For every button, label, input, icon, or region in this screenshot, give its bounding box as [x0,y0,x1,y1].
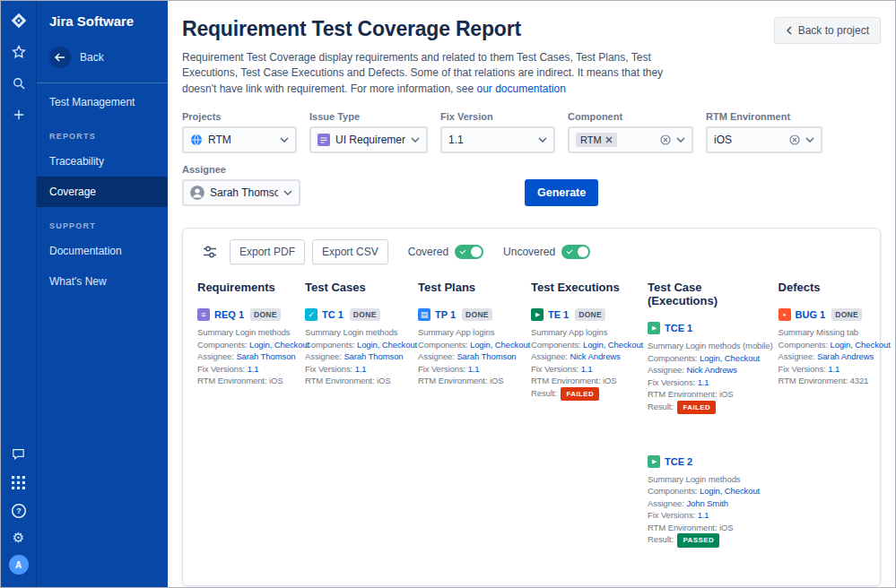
plus-icon[interactable] [10,106,28,124]
assignee-link[interactable]: John Smith [686,498,728,508]
fix-versions-label: Fix Versions: [197,364,245,374]
summary-label: Summary [531,327,567,337]
components-link[interactable]: Login, Checkout [700,486,760,496]
fix-versions-link[interactable]: 1.1 [581,364,593,374]
export-pdf-button[interactable]: Export PDF [230,239,305,264]
filter-projects: Projects RTM [182,111,297,153]
sidebar-item-whats-new[interactable]: What's New [37,266,168,297]
components-link[interactable]: Login, Checkout [583,340,643,350]
export-csv-button[interactable]: Export CSV [312,239,388,264]
issue-key-link[interactable]: BUG 1 [796,309,826,320]
main-content: Requirement Test Coverage Report Back to… [168,1,895,587]
filters-row-1: Projects RTM Issue Type [182,111,886,153]
sidebar-item-test-management[interactable]: Test Management [37,87,168,117]
summary-value: App logins [569,327,607,337]
card-header: ▤ TP 1 DONE [418,308,526,321]
issue-type-select[interactable]: UI Requirement [309,126,428,153]
components-link[interactable]: Login, Checkout [700,353,760,363]
rtm-environment-label: RTM Environment: [779,376,848,385]
page-description: Requirement Test Coverage display requir… [182,50,699,97]
help-glyph: ? [16,506,22,515]
issue-card-tce-2: ▶ TCE 2 Summary Login methods Components… [648,455,773,548]
rtm-environment-label: RTM Environment: [648,523,717,532]
rtm-environment-select[interactable]: iOS [706,126,822,153]
sidebar-item-documentation[interactable]: Documentation [37,236,168,266]
fix-versions-link[interactable]: 1.1 [468,364,480,374]
issue-key-link[interactable]: TC 1 [322,309,344,320]
uncovered-label: Uncovered [503,246,555,258]
fix-versions-link[interactable]: 1.1 [698,377,709,387]
fix-version-value: 1.1 [448,134,533,146]
assignee-link[interactable]: Sarah Thomson [236,351,295,361]
components-link[interactable]: Login, Checkout [357,340,417,350]
rtm-environment-label: RTM Environment: [418,376,487,385]
components-label: Components: [648,486,697,496]
column-title: Test Plans [418,281,526,294]
assignee-link[interactable]: Nick Andrews [686,365,736,375]
assignee-link[interactable]: Nick Andrews [570,351,620,361]
sidebar-back-button[interactable]: Back [37,43,168,82]
documentation-link[interactable]: our documentation [476,82,565,95]
filters-panel: Projects RTM Issue Type [182,111,886,206]
assignee-link[interactable]: Sarah Thomson [344,351,403,361]
issue-key-link[interactable]: TP 1 [435,309,456,320]
sidebar-item-coverage[interactable]: Coverage [37,177,168,207]
chevron-down-icon [280,137,289,143]
assignee-label: Assignee: [418,351,455,361]
clear-selection-icon[interactable] [789,134,800,145]
assignee-link[interactable]: Sarah Thomson [457,351,516,361]
result-badge: FAILED [561,387,599,401]
jira-logo-icon[interactable] [10,12,28,30]
fix-version-select[interactable]: 1.1 [440,126,555,153]
rtm-environment-value: iOS [603,376,617,385]
covered-toggle-group: Covered [408,245,483,259]
back-to-project-button[interactable]: Back to project [774,17,881,44]
clear-selection-icon[interactable] [660,134,671,145]
issue-key-link[interactable]: TCE 2 [665,456,692,467]
summary-line: Summary Missing tab [779,326,891,338]
projects-select[interactable]: RTM [182,126,297,153]
component-select[interactable]: RTM [568,126,693,153]
components-link[interactable]: Login, Checkout [249,340,309,350]
settings-gear-icon[interactable]: ⚙ [13,531,24,544]
test-case-execution-type-icon: ▶ [648,455,660,468]
fix-versions-line: Fix Versions: 1.1 [648,509,773,521]
arrow-left-icon [49,47,71,68]
result-badge: FAILED [677,401,716,414]
feedback-icon[interactable] [10,445,28,463]
assignee-link[interactable]: Sarah Andrews [817,351,874,361]
chevron-down-icon [676,137,685,143]
report-card: Export PDF Export CSV Covered Uncovered … [182,228,881,586]
issue-key-link[interactable]: TE 1 [548,309,569,320]
column-title: Test Executions [531,281,642,294]
components-link[interactable]: Login, Checkout [470,340,530,350]
fix-versions-link[interactable]: 1.1 [248,364,259,374]
issue-key-link[interactable]: REQ 1 [214,309,244,320]
issue-key-link[interactable]: TCE 1 [665,323,692,333]
fix-versions-link[interactable]: 1.1 [698,510,709,520]
search-icon[interactable] [10,74,28,92]
sidebar-item-traceability[interactable]: Traceability [37,146,168,177]
app-switcher-icon[interactable] [10,473,28,491]
components-label: Components: [305,340,354,350]
assignee-select[interactable]: Sarah Thomson [182,179,300,206]
chevron-down-icon [411,137,420,143]
assignee-line: Assignee: Sarah Andrews [779,350,891,362]
covered-toggle[interactable] [455,245,483,259]
rtm-environment-value: iOS [719,389,734,399]
summary-label: Summary [418,327,454,337]
uncovered-toggle[interactable] [561,245,590,259]
remove-chip-icon[interactable] [605,136,613,143]
star-icon[interactable] [10,43,28,61]
chevron-down-icon [538,137,547,143]
help-icon[interactable]: ? [10,502,28,520]
user-avatar[interactable]: A [9,555,29,575]
fix-versions-link[interactable]: 1.1 [355,364,367,374]
component-label: Component [568,111,693,122]
generate-button[interactable]: Generate [525,179,598,206]
fix-versions-link[interactable]: 1.1 [828,364,839,374]
components-link[interactable]: Login, Checkout [831,340,891,350]
assignee-line: Assignee: Sarah Thomson [197,350,300,362]
card-header: ● BUG 1 DONE [779,308,891,321]
display-settings-button[interactable] [197,241,222,263]
